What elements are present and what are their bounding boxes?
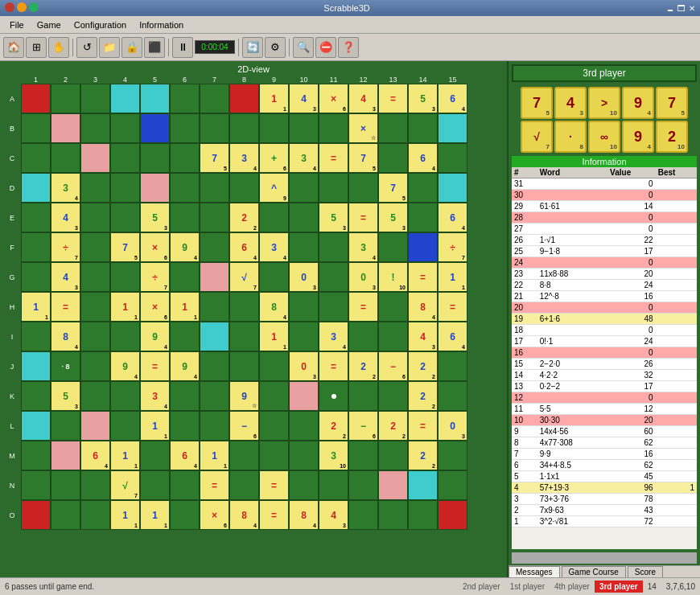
cell-F14[interactable] [408,232,438,262]
cell-N4[interactable]: √7 [110,470,140,500]
cell-L7[interactable] [200,411,229,441]
cell-F9[interactable]: 34 [259,232,289,262]
cell-B6[interactable] [170,113,200,143]
cell-G8[interactable]: √7 [229,262,259,292]
cell-J5[interactable]: = [140,351,170,381]
cell-G12[interactable]: 03 [348,262,378,292]
cell-N11[interactable] [319,470,348,500]
cell-B7[interactable] [200,113,229,143]
cell-O15[interactable] [438,500,467,530]
cell-M1[interactable] [21,441,51,470]
cell-G10[interactable]: 03 [289,262,319,292]
cell-F6[interactable]: 94 [170,232,200,262]
cell-C5[interactable] [140,143,170,173]
cell-H10[interactable] [289,292,319,322]
cell-F13[interactable] [378,232,408,262]
cell-I14[interactable]: 43 [408,322,438,351]
cell-H2[interactable]: = [51,292,80,322]
cell-B5[interactable] [140,113,170,143]
cell-F3[interactable] [80,232,110,262]
cell-L3[interactable] [80,411,110,441]
cell-J13[interactable]: −6 [378,351,408,381]
cell-M3[interactable]: 64 [80,441,110,470]
cell-A10[interactable]: 43 [289,84,319,113]
cell-G11[interactable] [319,262,348,292]
cell-K15[interactable] [438,381,467,411]
cell-B2[interactable] [51,113,80,143]
cell-A3[interactable] [80,84,110,113]
cell-F7[interactable] [200,232,229,262]
cell-C8[interactable]: 34 [229,143,259,173]
cell-F10[interactable] [289,232,319,262]
cell-K9[interactable] [259,381,289,411]
cell-C3[interactable] [80,143,110,173]
cell-N1[interactable] [21,470,51,500]
cell-B3[interactable] [80,113,110,143]
cell-O13[interactable] [378,500,408,530]
cell-F2[interactable]: ÷7 [51,232,80,262]
cell-L4[interactable] [110,411,140,441]
cell-N12[interactable] [348,470,378,500]
cell-I9[interactable]: 11 [259,322,289,351]
cell-L11[interactable]: 22 [319,411,348,441]
tile-sqrt-7[interactable]: √7 [521,121,553,153]
cell-J9[interactable] [259,351,289,381]
cell-K7[interactable] [200,381,229,411]
cell-A14[interactable]: 53 [408,84,438,113]
cell-M8[interactable] [229,441,259,470]
win-close-icon[interactable]: ✕ [689,4,695,13]
cell-C15[interactable] [438,143,467,173]
stop-icon[interactable]: ⛔ [315,37,336,58]
cell-N7[interactable]: = [200,470,229,500]
cell-D10[interactable] [289,173,319,203]
tile-inf-10[interactable]: ∞10 [588,121,620,153]
cell-B11[interactable] [319,113,348,143]
cell-J11[interactable]: = [319,351,348,381]
new-game-icon[interactable]: 🏠 [3,37,24,58]
cell-C13[interactable] [378,143,408,173]
cell-O9[interactable]: = [259,500,289,530]
lock-icon[interactable]: 🔒 [121,37,142,58]
cell-B1[interactable] [21,113,51,143]
cell-K2[interactable]: 53 [51,381,80,411]
cell-O12[interactable] [348,500,378,530]
cell-G6[interactable] [170,262,200,292]
cell-A9[interactable]: 11 [259,84,289,113]
cell-A15[interactable]: 64 [438,84,467,113]
cell-B9[interactable] [259,113,289,143]
cell-G7[interactable] [200,262,229,292]
cell-E13[interactable]: 53 [378,203,408,232]
player-3rd[interactable]: 3rd player [595,581,643,593]
tab-game-course[interactable]: Game Course [562,566,626,577]
cell-H6[interactable]: 11 [170,292,200,322]
cell-C11[interactable]: = [319,143,348,173]
tile-4-3[interactable]: 43 [554,87,587,119]
cell-E6[interactable] [170,203,200,232]
cell-D8[interactable] [229,173,259,203]
cell-K13[interactable] [378,381,408,411]
cell-I12[interactable] [348,322,378,351]
cell-E4[interactable] [110,203,140,232]
cell-F5[interactable]: ×6 [140,232,170,262]
cell-B15[interactable] [438,113,467,143]
cell-L15[interactable]: 03 [438,411,467,441]
cell-M13[interactable] [378,441,408,470]
cell-D3[interactable] [80,173,110,203]
cell-M2[interactable] [51,441,80,470]
cell-L9[interactable] [259,411,289,441]
cell-G14[interactable]: = [408,262,438,292]
cell-I15[interactable]: 64 [438,322,467,351]
cell-I6[interactable] [170,322,200,351]
player-1st[interactable]: 1st player [505,581,550,593]
cell-M14[interactable]: 22 [408,441,438,470]
cell-F4[interactable]: 75 [110,232,140,262]
cell-H14[interactable]: 84 [408,292,438,322]
cell-C10[interactable]: 34 [289,143,319,173]
cell-O2[interactable] [51,500,80,530]
cell-I2[interactable]: 84 [51,322,80,351]
cell-F12[interactable]: 34 [348,232,378,262]
cell-B10[interactable] [289,113,319,143]
cell-H12[interactable]: = [348,292,378,322]
cell-H5[interactable]: ×6 [140,292,170,322]
cell-M9[interactable] [259,441,289,470]
